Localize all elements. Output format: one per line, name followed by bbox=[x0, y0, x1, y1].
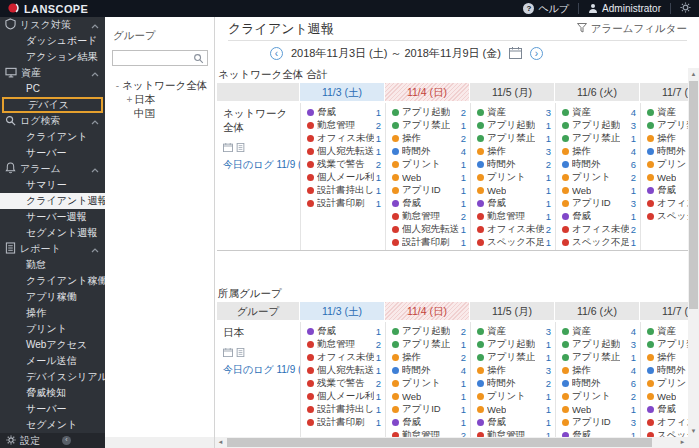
sidebar-section-report[interactable]: レポート bbox=[0, 241, 105, 257]
alarm-entry[interactable]: 脅威1 bbox=[392, 197, 466, 210]
calendar-small-icon[interactable] bbox=[223, 343, 233, 361]
alarm-entry[interactable]: 操作4 bbox=[562, 145, 636, 158]
alarm-entry[interactable]: アプリ禁止1 bbox=[392, 119, 466, 132]
sidebar-item-セグメント[interactable]: セグメント bbox=[0, 417, 105, 433]
alarm-entry[interactable]: 設計書持出し1 bbox=[307, 403, 381, 416]
document-icon[interactable] bbox=[236, 343, 245, 361]
sidebar-item-勤怠[interactable]: 勤怠 bbox=[0, 257, 105, 273]
prev-week-button[interactable]: ‹ bbox=[270, 47, 283, 60]
today-log-link[interactable]: 今日のログ 11/9 (金) bbox=[223, 363, 296, 377]
calendar-icon[interactable] bbox=[509, 47, 522, 61]
collapse-sidebar-button[interactable]: ‹ bbox=[62, 436, 71, 445]
sidebar-item-アクション結果[interactable]: アクション結果 bbox=[0, 49, 105, 65]
alarm-entry[interactable]: 残業で警告2 bbox=[307, 377, 381, 390]
alarm-entry[interactable]: 資産4 bbox=[562, 106, 636, 119]
alarm-entry[interactable]: スペック不足1 bbox=[477, 236, 551, 249]
sidebar-item-クライアント[interactable]: クライアント bbox=[0, 129, 105, 145]
alarm-entry[interactable]: プリント2 bbox=[562, 390, 636, 403]
alarm-entry[interactable]: オフィス未使用2 bbox=[562, 223, 636, 236]
scroll-up-button[interactable]: ▲ bbox=[688, 68, 699, 80]
alarm-entry[interactable]: プリント1 bbox=[477, 171, 551, 184]
alarm-entry[interactable]: 脅威1 bbox=[307, 325, 381, 338]
sidebar-section-alarm[interactable]: アラーム bbox=[0, 161, 105, 177]
horizontal-scrollbar-thumb[interactable] bbox=[227, 438, 652, 447]
alarm-entry[interactable]: 時間外2 bbox=[477, 377, 551, 390]
alarm-entry[interactable]: オフィス未使用1 bbox=[307, 351, 381, 364]
alarm-entry[interactable]: 脅威1 bbox=[307, 106, 381, 119]
sidebar-item-サーバー[interactable]: サーバー bbox=[0, 401, 105, 417]
alarm-entry[interactable]: 操作2 bbox=[392, 351, 466, 364]
tree-node-ネットワーク全体[interactable]: -ネットワーク全体 bbox=[105, 78, 214, 92]
alarm-entry[interactable]: アプリ起動1 bbox=[477, 119, 551, 132]
alarm-entry[interactable]: 時間外6 bbox=[562, 158, 636, 171]
sidebar-item-ダッシュボード[interactable]: ダッシュボード bbox=[0, 33, 105, 49]
alarm-entry[interactable]: 資産3 bbox=[477, 106, 551, 119]
alarm-entry[interactable]: アプリ起動3 bbox=[562, 338, 636, 351]
today-log-link[interactable]: 今日のログ 11/9 (金) bbox=[223, 158, 296, 172]
document-icon[interactable] bbox=[236, 138, 245, 156]
sidebar-item-Webアクセス[interactable]: Webアクセス bbox=[0, 337, 105, 353]
tree-node-中国[interactable]: 中国 bbox=[105, 106, 214, 120]
tree-node-日本[interactable]: +日本 bbox=[105, 92, 214, 106]
alarm-entry[interactable]: アプリID3 bbox=[562, 197, 636, 210]
tree-expander-icon[interactable]: + bbox=[125, 93, 134, 107]
alarm-filter-button[interactable]: アラームフィルター bbox=[577, 22, 687, 36]
alarm-entry[interactable]: プリント1 bbox=[392, 377, 466, 390]
alarm-entry[interactable]: 個人宛先転送1 bbox=[307, 145, 381, 158]
sidebar-item-操作[interactable]: 操作 bbox=[0, 305, 105, 321]
group-panel-scrollbar[interactable] bbox=[105, 437, 214, 448]
user-menu-button[interactable]: Administrator bbox=[588, 3, 661, 15]
sidebar-section-log-search[interactable]: ログ検索 bbox=[0, 113, 105, 129]
alarm-entry[interactable]: アプリ禁止1 bbox=[477, 351, 551, 364]
alarm-entry[interactable]: 時間外6 bbox=[562, 377, 636, 390]
alarm-entry[interactable]: 脅威1 bbox=[562, 210, 636, 223]
horizontal-scrollbar[interactable]: ◄ ► bbox=[215, 437, 688, 448]
scroll-right-button[interactable]: ► bbox=[677, 437, 688, 448]
alarm-entry[interactable]: プリント1 bbox=[477, 390, 551, 403]
alarm-entry[interactable]: オフィス未使用2 bbox=[477, 223, 551, 236]
alarm-entry[interactable]: アプリ起動2 bbox=[392, 325, 466, 338]
alarm-entry[interactable]: 操作3 bbox=[477, 364, 551, 377]
alarm-entry[interactable]: アプリ起動2 bbox=[392, 106, 466, 119]
alarm-entry[interactable]: 勤怠管理2 bbox=[392, 210, 466, 223]
sidebar-item-アプリ稼働[interactable]: アプリ稼働 bbox=[0, 289, 105, 305]
alarm-entry[interactable]: Web1 bbox=[562, 184, 636, 197]
alarm-entry[interactable]: 勤怠管理2 bbox=[307, 338, 381, 351]
alarm-entry[interactable]: 資産4 bbox=[562, 325, 636, 338]
alarm-entry[interactable]: 勤怠管理1 bbox=[477, 210, 551, 223]
alarm-entry[interactable]: 設計書印刷1 bbox=[307, 416, 381, 429]
alarm-entry[interactable]: Web1 bbox=[392, 390, 466, 403]
sidebar-item-セグメント週報[interactable]: セグメント週報 bbox=[0, 225, 105, 241]
sidebar-item-メール送信[interactable]: メール送信 bbox=[0, 353, 105, 369]
alarm-entry[interactable]: アプリ起動1 bbox=[477, 338, 551, 351]
alarm-entry[interactable]: アプリID1 bbox=[392, 403, 466, 416]
alarm-entry[interactable]: 時間外4 bbox=[392, 145, 466, 158]
help-button[interactable]: ? ヘルプ bbox=[523, 2, 569, 16]
sidebar-item-デバイスシリアル[interactable]: デバイスシリアル bbox=[0, 369, 105, 385]
sidebar-item-クライアント稼働[interactable]: クライアント稼働 bbox=[0, 273, 105, 289]
alarm-entry[interactable]: プリント2 bbox=[562, 171, 636, 184]
sidebar-item-プリント[interactable]: プリント bbox=[0, 321, 105, 337]
alarm-entry[interactable]: 時間外4 bbox=[392, 364, 466, 377]
alarm-entry[interactable]: Web1 bbox=[477, 403, 551, 416]
alarm-entry[interactable]: 個人宛先転送1 bbox=[307, 364, 381, 377]
alarm-entry[interactable]: 個人宛先転送1 bbox=[562, 249, 636, 250]
alarm-entry[interactable]: 時間外2 bbox=[477, 158, 551, 171]
alarm-entry[interactable]: 操作2 bbox=[392, 132, 466, 145]
calendar-small-icon[interactable] bbox=[223, 138, 233, 156]
alarm-entry[interactable]: 操作4 bbox=[562, 364, 636, 377]
alarm-entry[interactable]: 操作3 bbox=[477, 145, 551, 158]
alarm-entry[interactable]: 個人宛先転送1 bbox=[392, 223, 466, 236]
sidebar-item-サーバー週報[interactable]: サーバー週報 bbox=[0, 209, 105, 225]
scroll-down-button[interactable]: ▼ bbox=[688, 425, 699, 437]
alarm-entry[interactable]: 脅威1 bbox=[392, 416, 466, 429]
alarm-entry[interactable]: 資産3 bbox=[477, 325, 551, 338]
sidebar-item-PC[interactable]: PC bbox=[0, 81, 105, 97]
alarm-entry[interactable]: アプリ禁止1 bbox=[562, 132, 636, 145]
account-settings-button[interactable] bbox=[680, 2, 691, 15]
alarm-entry[interactable]: アプリID3 bbox=[562, 416, 636, 429]
alarm-entry[interactable]: 個人メール利用1 bbox=[307, 390, 381, 403]
vertical-scrollbar[interactable]: ▲ ▼ bbox=[688, 68, 699, 437]
alarm-entry[interactable]: 脅威1 bbox=[477, 416, 551, 429]
sidebar-item-クライアント週報[interactable]: クライアント週報 bbox=[0, 193, 105, 209]
